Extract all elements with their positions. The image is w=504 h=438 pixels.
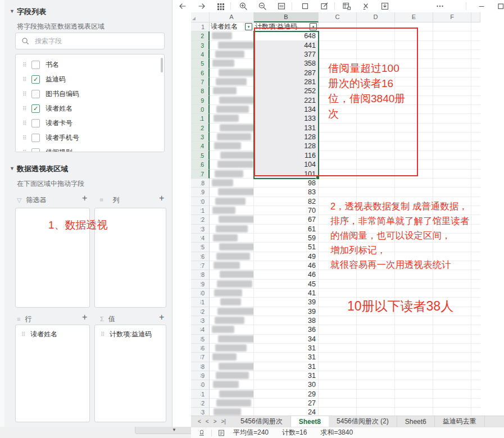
empty-cell[interactable] [471, 390, 480, 399]
empty-cell[interactable] [395, 124, 433, 133]
cell-A41[interactable] [210, 390, 254, 399]
empty-cell[interactable] [471, 179, 480, 188]
empty-cell[interactable] [319, 151, 357, 160]
field-checkbox[interactable]: ✓ [31, 104, 40, 113]
empty-cell[interactable] [433, 105, 471, 114]
empty-cell[interactable] [357, 22, 395, 31]
field-item-3[interactable]: ⠿✓读者姓名 [16, 101, 164, 116]
grid-apps-icon[interactable] [216, 2, 225, 11]
cell-B29[interactable]: 45 [254, 280, 319, 289]
empty-cell[interactable] [357, 362, 395, 371]
empty-cell[interactable] [357, 289, 395, 298]
empty-cell[interactable] [319, 362, 357, 371]
cell-A36[interactable] [210, 344, 254, 353]
empty-cell[interactable] [357, 335, 395, 344]
empty-cell[interactable] [471, 307, 480, 316]
empty-cell[interactable] [471, 188, 480, 197]
empty-cell[interactable] [357, 50, 395, 59]
cell-B17[interactable]: 101 [254, 170, 319, 179]
cell-B4[interactable]: 377 [254, 50, 319, 59]
empty-cell[interactable] [395, 31, 433, 40]
collapse-icon[interactable]: ▼ [10, 166, 15, 171]
cell-B6[interactable]: 287 [254, 69, 319, 77]
cell-B42[interactable]: 27 [254, 399, 319, 408]
empty-cell[interactable] [433, 179, 471, 188]
select-all-corner[interactable] [191, 12, 210, 22]
row-number-40[interactable]: 40 [191, 380, 210, 389]
row-number-16[interactable]: 16 [191, 160, 210, 169]
empty-cell[interactable] [471, 252, 480, 261]
empty-cell[interactable] [395, 142, 433, 150]
cell-A23[interactable] [210, 225, 254, 234]
row-number-37[interactable]: 37 [191, 353, 210, 362]
empty-cell[interactable] [319, 50, 357, 59]
cell-A34[interactable] [210, 325, 254, 334]
empty-cell[interactable] [395, 22, 433, 31]
cell-B15[interactable]: 116 [254, 151, 319, 160]
sheet-tab-2[interactable]: 5456借阅册次 (2) [329, 416, 397, 427]
cell-A25[interactable] [210, 243, 254, 252]
empty-cell[interactable] [471, 261, 480, 270]
cell-B38[interactable]: 31 [254, 362, 319, 371]
row-number-12[interactable]: 12 [191, 124, 210, 133]
row-number-25[interactable]: 25 [191, 243, 210, 252]
search-input[interactable] [34, 36, 164, 45]
cell-A3[interactable] [210, 41, 254, 50]
cell-A5[interactable] [210, 59, 254, 68]
empty-cell[interactable] [471, 41, 480, 50]
empty-cell[interactable] [433, 188, 471, 197]
zoom-out-icon[interactable] [258, 2, 267, 11]
cell-A24[interactable] [210, 234, 254, 243]
drag-handle-icon[interactable]: ⠿ [22, 135, 31, 141]
zoom-in-icon[interactable] [239, 2, 248, 11]
empty-cell[interactable] [433, 353, 471, 362]
column-header-F[interactable]: F [433, 12, 471, 22]
empty-cell[interactable] [433, 280, 471, 289]
cell-B7[interactable]: 281 [254, 77, 319, 86]
empty-cell[interactable] [433, 142, 471, 150]
empty-cell[interactable] [357, 170, 395, 179]
empty-cell[interactable] [395, 371, 433, 380]
cell-B11[interactable]: 133 [254, 114, 319, 123]
field-checkbox[interactable]: ✓ [31, 75, 40, 84]
drag-handle-icon[interactable]: ⠿ [22, 91, 31, 97]
empty-cell[interactable] [357, 41, 395, 50]
empty-cell[interactable] [471, 96, 480, 105]
empty-cell[interactable] [433, 160, 471, 169]
cell-A9[interactable] [210, 96, 254, 105]
empty-cell[interactable] [395, 344, 433, 353]
cell-B43[interactable]: 24 [254, 408, 319, 416]
empty-cell[interactable] [433, 31, 471, 40]
row-number-35[interactable]: 35 [191, 335, 210, 344]
cell-B36[interactable]: 31 [254, 344, 319, 353]
row-number-14[interactable]: 14 [191, 142, 210, 150]
cell-B37[interactable]: 31 [254, 353, 319, 362]
empty-cell[interactable] [471, 408, 480, 416]
empty-cell[interactable] [395, 280, 433, 289]
empty-cell[interactable] [357, 133, 395, 142]
empty-cell[interactable] [471, 289, 480, 298]
cell-A4[interactable] [210, 50, 254, 59]
row-number-18[interactable]: 18 [191, 179, 210, 188]
empty-cell[interactable] [319, 408, 357, 416]
empty-cell[interactable] [357, 280, 395, 289]
cell-A8[interactable] [210, 86, 254, 95]
empty-cell[interactable] [395, 188, 433, 197]
drag-handle-icon[interactable]: ⠿ [22, 62, 31, 68]
empty-cell[interactable] [319, 133, 357, 142]
row-number-1[interactable]: 1 [191, 22, 210, 31]
add-value-button[interactable]: + [159, 312, 164, 322]
minimize-icon[interactable] [477, 2, 486, 11]
empty-cell[interactable] [471, 362, 480, 371]
empty-cell[interactable] [433, 50, 471, 59]
row-number-24[interactable]: 24 [191, 234, 210, 243]
cell-A1-pivot-header[interactable]: 读者姓名▾ [210, 22, 254, 31]
cell-A7[interactable] [210, 77, 254, 86]
cell-A11[interactable] [210, 114, 254, 123]
empty-cell[interactable] [357, 179, 395, 188]
cell-A30[interactable] [210, 289, 254, 298]
empty-cell[interactable] [319, 160, 357, 169]
empty-cell[interactable] [357, 124, 395, 133]
row-number-26[interactable]: 26 [191, 252, 210, 261]
empty-cell[interactable] [471, 77, 480, 86]
